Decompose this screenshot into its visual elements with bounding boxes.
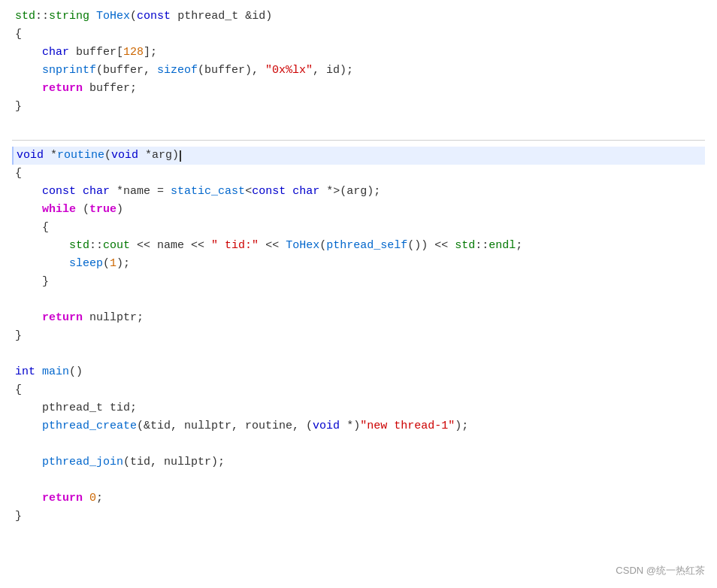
code-line-18: } [12, 327, 705, 345]
code-line-19 [12, 345, 705, 363]
code-line-10: const char *name = static_cast<const cha… [12, 183, 705, 201]
code-line-4: snprintf(buffer, sizeof(buffer), "0x%lx"… [12, 62, 705, 80]
code-line-3: char buffer[128]; [12, 44, 705, 62]
code-line-20: int main() [12, 363, 705, 381]
code-line-17: return nullptr; [12, 309, 705, 327]
code-line-28: } [12, 508, 705, 526]
code-line-27: return 0; [12, 489, 705, 508]
code-viewer: std::string ToHex(const pthread_t &id) {… [0, 0, 717, 588]
code-line-26 [12, 471, 705, 489]
code-line-7 [12, 116, 705, 134]
code-line-21: { [12, 381, 705, 399]
code-line-23: pthread_create(&tid, nullptr, routine, (… [12, 417, 705, 435]
code-line-12: { [12, 219, 705, 237]
code-line-14: sleep(1); [12, 255, 705, 273]
code-content: std::string ToHex(const pthread_t &id) {… [0, 8, 717, 526]
watermark-text: CSDN @统一热红茶 [616, 563, 705, 579]
section-divider [12, 140, 705, 141]
code-line-24 [12, 435, 705, 453]
code-line-5: return buffer; [12, 80, 705, 98]
code-line-25: pthread_join(tid, nullptr); [12, 453, 705, 471]
code-line-11: while (true) [12, 201, 705, 219]
code-line-16 [12, 291, 705, 309]
code-line-8: void *routine(void *arg) [12, 147, 705, 165]
code-line-6: } [12, 98, 705, 116]
code-line-1: std::string ToHex(const pthread_t &id) [12, 8, 705, 26]
code-line-9: { [12, 165, 705, 183]
code-line-22: pthread_t tid; [12, 399, 705, 417]
code-line-2: { [12, 26, 705, 44]
code-line-13: std::cout << name << " tid:" << ToHex(pt… [12, 237, 705, 255]
code-line-15: } [12, 273, 705, 291]
